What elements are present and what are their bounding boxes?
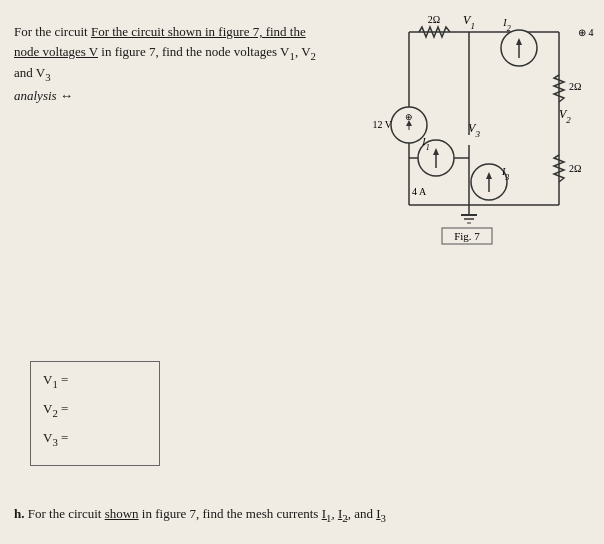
problem-text: For the circuit For the circuit shown in… xyxy=(14,22,334,85)
r3-label: 2Ω xyxy=(569,163,581,174)
svg-text:⊕: ⊕ xyxy=(405,112,413,122)
v12-label: 12 V xyxy=(372,119,392,130)
r2-label: 2Ω xyxy=(569,81,581,92)
v1-answer: V1 = xyxy=(43,370,147,393)
shown-text: For the circuit shown in figure 7, find … xyxy=(14,24,306,59)
r1-label: 2Ω xyxy=(428,14,440,25)
4v-label: ⊕ 4V xyxy=(578,27,594,38)
fig-label: Fig. 7 xyxy=(454,230,480,242)
circuit-svg: V1 V2 V3 ⊕ 12 V xyxy=(364,10,594,260)
part-h: h. For the circuit shown in figure 7, fi… xyxy=(14,506,394,524)
circuit-diagram: V1 V2 V3 ⊕ 12 V xyxy=(364,10,594,260)
v2-answer: V2 = xyxy=(43,399,147,422)
part-h-bold: h. xyxy=(14,506,24,521)
answer-box: V1 = V2 = V3 = xyxy=(30,361,160,466)
page: For the circuit For the circuit shown in… xyxy=(0,0,604,544)
4a-label: 4 A xyxy=(412,186,427,197)
v3-answer: V3 = xyxy=(43,428,147,451)
problem-statement: For the circuit For the circuit shown in… xyxy=(14,24,316,80)
analysis-label: analysis ↔ xyxy=(14,88,73,104)
